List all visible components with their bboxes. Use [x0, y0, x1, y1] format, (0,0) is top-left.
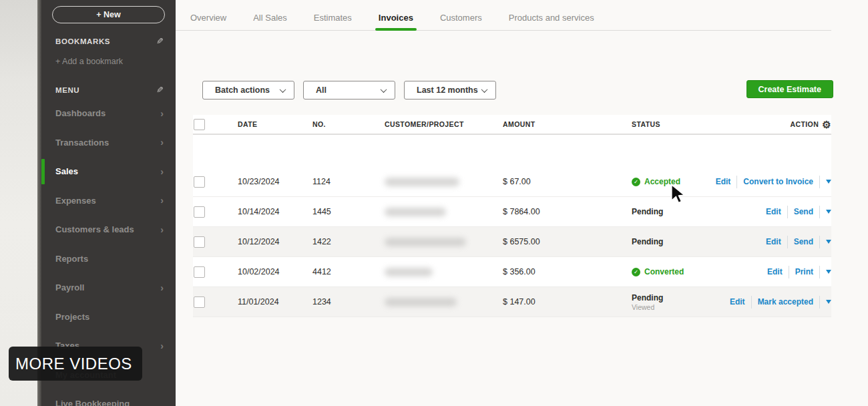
table-header-row: DATE NO. CUSTOMER/PROJECT AMOUNT STATUS … — [193, 115, 831, 135]
menu-header-label: MENU — [55, 86, 79, 94]
primary-action-link[interactable]: Mark accepted — [758, 297, 813, 307]
tab[interactable]: Customers — [440, 5, 482, 30]
row-status: ✓ Pending Viewed — [632, 293, 730, 311]
action-separator — [819, 266, 820, 278]
action-separator — [787, 236, 788, 248]
row-actions: Edit Mark accepted — [730, 296, 831, 309]
sidebar-item[interactable]: Live Bookkeeping › — [41, 389, 176, 406]
row-date: 11/01/2024 — [238, 297, 312, 307]
action-separator — [736, 176, 737, 188]
action-dropdown-caret-icon[interactable] — [826, 180, 831, 184]
video-background-strip — [0, 0, 41, 406]
tab-label: Invoices — [379, 13, 413, 23]
new-button[interactable]: + New — [52, 6, 165, 23]
tab[interactable]: Invoices — [379, 5, 413, 30]
batch-actions-dropdown[interactable]: Batch actions — [202, 81, 294, 99]
header-customer: CUSTOMER/PROJECT — [385, 120, 503, 128]
status-label: Accepted — [644, 177, 680, 186]
edit-action-link[interactable]: Edit — [766, 207, 781, 216]
edit-action-link[interactable]: Edit — [730, 297, 745, 307]
more-videos-overlay-button[interactable]: MORE VIDEOS — [9, 347, 142, 381]
primary-action-link[interactable]: Send — [794, 207, 813, 216]
tab[interactable]: Overview — [190, 5, 226, 30]
row-checkbox[interactable] — [194, 296, 205, 308]
edit-menu-pencil-icon[interactable]: ✎ — [156, 85, 164, 95]
sidebar-item[interactable]: Sales › — [41, 157, 176, 186]
header-status: STATUS — [632, 120, 790, 128]
row-status: ✓ Converted — [632, 267, 767, 276]
sidebar-item-label: Dashboards — [55, 108, 105, 118]
row-amount: $ 147.00 — [503, 297, 632, 307]
primary-action-link[interactable]: Convert to Invoice — [743, 177, 813, 186]
sidebar-item-label: Projects — [55, 312, 89, 322]
chevron-right-icon: › — [160, 341, 164, 351]
sidebar-item[interactable]: Dashboards › — [41, 99, 176, 128]
tab[interactable]: Estimates — [314, 5, 352, 30]
tab-label: All Sales — [253, 13, 287, 23]
action-separator — [819, 176, 820, 188]
status-label: Pending — [632, 207, 663, 216]
row-amount: $ 356.00 — [503, 267, 632, 276]
chevron-down-icon — [481, 86, 488, 93]
sidebar-item[interactable]: Customers & leads › — [41, 215, 176, 244]
add-bookmark-link[interactable]: + Add a bookmark — [55, 57, 123, 66]
row-date: 10/02/2024 — [238, 267, 312, 276]
status-sub-label: Viewed — [632, 303, 730, 311]
header-date: DATE — [238, 120, 312, 128]
action-dropdown-caret-icon[interactable] — [826, 270, 831, 274]
primary-action-link[interactable]: Send — [794, 237, 813, 246]
table-body: 10/23/2024 1124 $ 67.00 ✓ Accepted Edit … — [193, 167, 831, 317]
sidebar-item[interactable]: Expenses › — [41, 186, 176, 216]
sidebar-item-label: Reports — [55, 254, 88, 264]
action-dropdown-caret-icon[interactable] — [826, 300, 831, 304]
customer-name-redacted — [385, 268, 433, 276]
tab-label: Overview — [190, 13, 226, 23]
date-filter-dropdown[interactable]: Last 12 months — [404, 81, 496, 99]
row-status: ✓ Accepted — [632, 177, 716, 186]
create-estimate-button[interactable]: Create Estimate — [746, 80, 834, 98]
chevron-down-icon — [381, 86, 387, 93]
header-amount: AMOUNT — [503, 120, 632, 128]
table-row: 10/14/2024 1445 $ 7864.00 ✓ Pending Edit… — [193, 197, 831, 227]
row-date: 10/12/2024 — [238, 237, 312, 246]
table-row: 10/12/2024 1422 $ 6575.00 ✓ Pending Edit… — [193, 227, 831, 257]
action-separator — [789, 266, 789, 278]
status-check-icon: ✓ — [632, 178, 640, 186]
type-filter-dropdown[interactable]: All — [303, 81, 395, 99]
row-status: ✓ Pending — [632, 237, 766, 246]
edit-action-link[interactable]: Edit — [716, 177, 731, 186]
tab[interactable]: All Sales — [253, 5, 287, 30]
edit-action-link[interactable]: Edit — [766, 237, 781, 246]
estimates-table: DATE NO. CUSTOMER/PROJECT AMOUNT STATUS … — [193, 115, 831, 317]
table-row: 11/01/2024 1234 $ 147.00 ✓ Pending Viewe… — [193, 287, 831, 317]
select-all-checkbox[interactable] — [194, 119, 205, 130]
primary-action-link[interactable]: Print — [795, 267, 813, 276]
chevron-right-icon: › — [160, 137, 164, 148]
action-dropdown-caret-icon[interactable] — [826, 240, 831, 244]
sidebar-item-label: Expenses — [55, 196, 96, 206]
action-separator — [787, 206, 788, 218]
row-checkbox[interactable] — [194, 236, 205, 248]
menu-section-header: MENU ✎ — [41, 85, 176, 95]
filter-row: Batch actions All Last 12 months — [202, 81, 496, 99]
row-checkbox[interactable] — [194, 176, 205, 188]
sidebar-item-label: Payroll — [55, 282, 84, 292]
row-number: 4412 — [312, 267, 385, 276]
tab[interactable]: Products and services — [509, 5, 594, 30]
row-checkbox[interactable] — [194, 266, 205, 278]
sidebar-item[interactable]: Reports › — [41, 244, 176, 274]
action-separator — [751, 296, 752, 309]
edit-action-link[interactable]: Edit — [767, 267, 783, 276]
sidebar-item[interactable]: Payroll › — [41, 273, 176, 302]
sidebar-item[interactable]: Transactions › — [41, 128, 176, 158]
row-checkbox[interactable] — [194, 206, 205, 218]
bookmarks-header-label: BOOKMARKS — [55, 37, 110, 45]
row-amount: $ 7864.00 — [503, 207, 632, 216]
sidebar-item[interactable]: Projects › — [41, 302, 176, 332]
gear-icon[interactable]: ⚙ — [822, 120, 831, 130]
action-dropdown-caret-icon[interactable] — [826, 210, 831, 214]
edit-bookmarks-pencil-icon[interactable]: ✎ — [156, 36, 164, 46]
row-actions: Edit Convert to Invoice — [716, 176, 831, 188]
row-status: ✓ Pending — [632, 207, 766, 216]
bookmarks-section-header: BOOKMARKS ✎ — [41, 36, 176, 46]
